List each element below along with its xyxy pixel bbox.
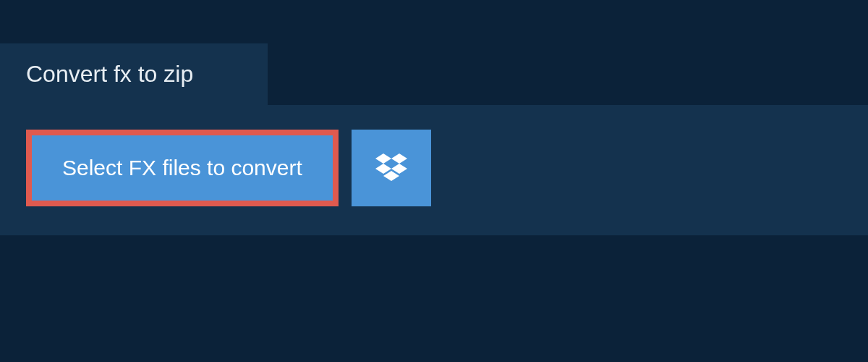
tab-label: Convert fx to zip bbox=[26, 61, 193, 87]
dropbox-icon bbox=[375, 153, 407, 182]
select-files-button[interactable]: Select FX files to convert bbox=[26, 130, 339, 206]
tab-convert[interactable]: Convert fx to zip bbox=[0, 43, 268, 105]
dropbox-button[interactable] bbox=[352, 130, 431, 206]
content-panel: Select FX files to convert bbox=[0, 105, 868, 235]
select-files-label: Select FX files to convert bbox=[62, 156, 302, 180]
